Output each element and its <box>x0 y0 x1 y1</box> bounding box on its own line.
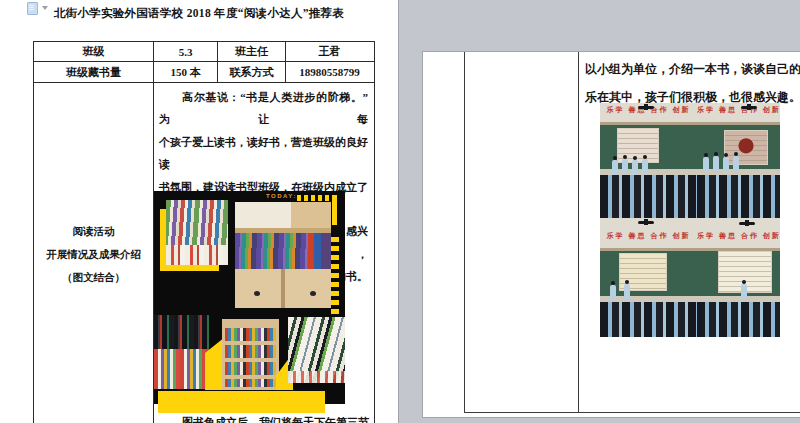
activity-label-line: 开展情况及成果介绍 <box>46 243 141 266</box>
yellow-corner-bar <box>332 195 337 225</box>
yellow-dash-strip <box>297 195 330 201</box>
bookshelf-photo-bottom-middle <box>222 319 279 390</box>
contact-label: 联系方式 <box>218 62 286 82</box>
ceiling-fan-icon <box>638 106 654 109</box>
table-row: 班级 5.3 班主任 王君 <box>34 42 374 62</box>
teacher-value: 王君 <box>286 42 373 61</box>
student-figure <box>612 160 618 175</box>
table-border <box>464 412 800 413</box>
teacher-label: 班主任 <box>218 42 286 61</box>
page-2: 以小组为单位，介绍一本书，谈谈自己的体会。 乐在其中，孩子们很积极，也很感兴趣。… <box>422 51 800 418</box>
classroom-photo: 乐学 善思 合作 创新 <box>600 103 697 218</box>
collection-label: 班级藏书量 <box>34 62 154 82</box>
ceiling-fan-icon <box>638 221 654 224</box>
recommendation-table: 班级 5.3 班主任 王君 班级藏书量 150 本 联系方式 189805587… <box>33 41 375 423</box>
activity-label-cell: 阅读活动 开展情况及成果介绍 （图文结合） <box>34 83 154 423</box>
classroom-photo-grid: 乐学 善思 合作 创新 乐学 善思 合作 创新 乐学 善思 合作 创新 <box>600 103 780 337</box>
bookshelf-photo-large <box>235 202 331 308</box>
classroom-photo: 乐学 善思 合作 创新 <box>600 218 697 337</box>
student-figure <box>632 160 638 175</box>
activity-label-line: 阅读活动 <box>73 220 115 243</box>
student-figure <box>610 285 616 300</box>
paragraph-line: 高尔基说：“书是人类进步的阶梯。”为让每 <box>154 86 373 131</box>
class-value: 5.3 <box>154 42 218 61</box>
class-label: 班级 <box>34 42 154 61</box>
collection-value: 150 本 <box>154 62 218 82</box>
bookshelf-photo-bottom-right <box>288 317 345 383</box>
table-row: 班级藏书量 150 本 联系方式 18980558799 <box>34 62 374 83</box>
paragraph-line: 个孩子爱上读书，读好书，营造班级的良好读 <box>154 131 373 176</box>
student-figure <box>624 284 630 299</box>
table-row: 阅读活动 开展情况及成果介绍 （图文结合） 高尔基说：“书是人类进步的阶梯。”为… <box>34 83 374 423</box>
footer-line: 图书角成立后，我们将每天下午第三节下 <box>154 411 383 423</box>
classroom-banner-text: 乐学 善思 合作 创新 <box>697 231 780 241</box>
student-figure <box>741 284 747 299</box>
paragraph-line: 以小组为单位，介绍一本书，谈谈自己的体会。 <box>585 55 800 83</box>
table-border <box>578 52 579 412</box>
bookshelf-photo-top-left <box>166 200 228 265</box>
contact-value: 18980558799 <box>286 62 373 82</box>
yellow-dash-column <box>331 237 339 325</box>
bookshelf-collage: TODAY: <box>154 191 345 404</box>
student-figure <box>723 157 729 172</box>
ceiling-fan-icon <box>741 106 757 109</box>
page-title: 北街小学实验外国语学校 2018 年度“阅读小达人”推荐表 <box>0 6 398 21</box>
page-1: 北街小学实验外国语学校 2018 年度“阅读小达人”推荐表 班级 5.3 班主任… <box>0 0 399 423</box>
table-border <box>464 52 465 412</box>
yellow-bottom-strip <box>158 391 325 413</box>
student-figure <box>713 156 719 171</box>
projector-screen <box>725 131 767 164</box>
bookshelf-photo-bottom-left <box>154 315 209 389</box>
student-figure <box>642 159 648 174</box>
classroom-banner-text: 乐学 善思 合作 创新 <box>600 231 697 241</box>
ceiling-fan-icon <box>739 222 755 225</box>
today-label: TODAY: <box>266 193 297 199</box>
student-figure <box>733 156 739 171</box>
classroom-banner-text: 乐学 善思 合作 创新 <box>697 105 780 115</box>
student-figure <box>703 157 709 172</box>
activity-content-cell: 高尔基说：“书是人类进步的阶梯。”为让每 个孩子爱上读书，读好书，营造班级的良好… <box>154 83 373 423</box>
classroom-photo: 乐学 善思 合作 创新 <box>697 218 780 337</box>
activity-label-line: （图文结合） <box>62 266 125 289</box>
student-figure <box>622 159 628 174</box>
classroom-photo: 乐学 善思 合作 创新 <box>697 103 780 218</box>
